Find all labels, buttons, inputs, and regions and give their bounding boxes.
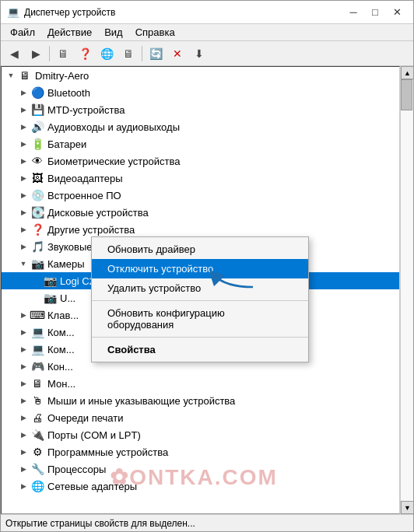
tree-item-software[interactable]: ▶ ⚙ Программные устройства — [2, 443, 399, 460]
menu-file[interactable]: Файл — [4, 25, 41, 40]
window-controls: ─ □ ✕ — [343, 4, 407, 21]
root-expand-icon: ▼ — [5, 69, 17, 82]
status-bar: Открытие страницы свойств для выделен... — [1, 514, 413, 531]
monitor-button[interactable]: 🖥 — [118, 44, 139, 64]
kb-label: Клав... — [47, 310, 79, 321]
mon-expand-icon: ▶ — [17, 377, 30, 390]
com1-label: Ком... — [47, 327, 75, 338]
tree-item-batteries[interactable]: ▶ 🔋 Батареи — [2, 135, 399, 152]
toolbar-sep-2 — [142, 46, 142, 61]
properties-button[interactable]: 🖥 — [53, 44, 73, 64]
device-tree[interactable]: ▼ 🖥 Dmitry-Aero ▶ 🔵 Bluetooth ▶ 💾 MTD-ус… — [1, 66, 400, 514]
tree-item-monitor[interactable]: ▶ 🖥 Мон... — [2, 375, 399, 392]
sound-expand-icon: ▶ — [17, 240, 30, 253]
update-button[interactable]: 🔄 — [146, 44, 166, 64]
network-icon: 🌐 — [30, 478, 45, 494]
tree-item-other[interactable]: ▶ ❓ Другие устройства — [2, 221, 399, 238]
fw-label: Встроенное ПО — [47, 190, 121, 201]
mon-label: Мон... — [47, 378, 75, 390]
keyboard-icon: ⌨ — [30, 307, 45, 323]
camera-icon: 📷 — [30, 256, 45, 271]
ctx-remove-device[interactable]: Удалить устройство — [92, 278, 308, 298]
proc-icon: 🔧 — [30, 461, 45, 477]
print-expand-icon: ▶ — [17, 411, 30, 424]
net-expand-icon: ▶ — [17, 480, 30, 492]
menu-help[interactable]: Справка — [129, 25, 181, 40]
ports-expand-icon: ▶ — [17, 429, 30, 441]
scrollbar[interactable]: ▲ ▼ — [400, 66, 413, 514]
com2-label: Ком... — [47, 344, 75, 355]
download-button[interactable]: ⬇ — [189, 44, 209, 64]
scroll-down-button[interactable]: ▼ — [401, 501, 413, 514]
video-icon: 🖼 — [30, 170, 45, 186]
com1-expand-icon: ▶ — [17, 326, 30, 338]
bat-label: Батареи — [47, 138, 86, 150]
scroll-thumb[interactable] — [401, 79, 412, 110]
disk-label: Дисковые устройства — [47, 207, 149, 219]
tree-item-bluetooth[interactable]: ▶ 🔵 Bluetooth — [2, 84, 399, 101]
mtd-label: MTD-устройства — [47, 104, 125, 116]
title-bar: 💻 Диспетчер устройств ─ □ ✕ — [1, 1, 413, 24]
mouse-expand-icon: ▶ — [17, 394, 30, 407]
other-icon: ❓ — [30, 222, 45, 237]
mouse-icon: 🖱 — [30, 393, 45, 408]
com1-icon: 💻 — [30, 324, 45, 340]
ctx-properties[interactable]: Свойства — [92, 340, 308, 359]
audio-label: Аудиовходы и аудиовыходы — [47, 121, 180, 133]
audio-icon: 🔊 — [30, 119, 45, 135]
bluetooth-icon: 🔵 — [30, 85, 45, 100]
tree-item-biometric[interactable]: ▶ 👁 Биометрические устройства — [2, 152, 399, 170]
scroll-track[interactable] — [401, 79, 413, 501]
close-button[interactable]: ✕ — [387, 4, 407, 21]
maximize-button[interactable]: □ — [365, 4, 385, 21]
ctx-disable-device[interactable]: Отключить устройство — [92, 259, 308, 278]
help-button[interactable]: ❓ — [75, 44, 95, 64]
tree-item-mtd[interactable]: ▶ 💾 MTD-устройства — [2, 101, 399, 118]
gp-label: Кон... — [47, 361, 73, 373]
monitor-icon: 🖥 — [30, 376, 45, 391]
status-text: Открытие страницы свойств для выделен... — [5, 518, 195, 529]
cam2-expand-icon — [30, 292, 42, 304]
tree-item-network[interactable]: ▶ 🌐 Сетевые адаптеры — [2, 478, 399, 495]
scroll-up-button[interactable]: ▲ — [401, 66, 413, 79]
ctx-sep-1 — [92, 300, 308, 301]
gamepad-icon: 🎮 — [30, 359, 45, 374]
tree-item-audio[interactable]: ▶ 🔊 Аудиовходы и аудиовыходы — [2, 118, 399, 135]
tree-item-processors[interactable]: ▶ 🔧 Процессоры — [2, 460, 399, 478]
print-icon: 🖨 — [30, 410, 45, 425]
tree-item-mouse[interactable]: ▶ 🖱 Мыши и иные указывающие устройства — [2, 392, 399, 409]
network-button[interactable]: 🌐 — [96, 44, 117, 64]
bt-expand-icon: ▶ — [17, 86, 30, 99]
com2-expand-icon: ▶ — [17, 343, 30, 355]
tree-item-video[interactable]: ▶ 🖼 Видеоадаптеры — [2, 170, 399, 187]
cam2-icon: 📷 — [42, 290, 58, 306]
menu-action[interactable]: Действие — [41, 25, 98, 40]
webcam-icon: 📷 — [42, 273, 58, 289]
back-button[interactable]: ◀ — [4, 44, 24, 64]
bio-label: Биометрические устройства — [47, 156, 180, 167]
ports-icon: 🔌 — [30, 427, 45, 443]
tree-item-ports[interactable]: ▶ 🔌 Порты (COM и LPT) — [2, 426, 399, 443]
forward-button[interactable]: ▶ — [26, 44, 46, 64]
net-label: Сетевые адаптеры — [47, 481, 137, 492]
biometric-icon: 👁 — [30, 153, 45, 169]
gp-expand-icon: ▶ — [17, 360, 30, 373]
tree-root[interactable]: ▼ 🖥 Dmitry-Aero — [2, 67, 399, 84]
mtd-expand-icon: ▶ — [17, 103, 30, 116]
kb-expand-icon: ▶ — [17, 309, 30, 321]
tree-item-firmware[interactable]: ▶ 💿 Встроенное ПО — [2, 187, 399, 204]
ctx-update-driver[interactable]: Обновить драйвер — [92, 240, 308, 259]
minimize-button[interactable]: ─ — [343, 4, 363, 21]
tree-item-print[interactable]: ▶ 🖨 Очереди печати — [2, 409, 399, 426]
window-title: Диспетчер устройств — [24, 7, 343, 18]
other-expand-icon: ▶ — [17, 223, 30, 236]
menu-view[interactable]: Вид — [98, 25, 129, 40]
cam-label: Камеры — [47, 258, 85, 270]
battery-icon: 🔋 — [30, 136, 45, 152]
cam2-label: U... — [60, 292, 75, 304]
remove-button[interactable]: ✕ — [167, 44, 188, 64]
bio-expand-icon: ▶ — [17, 155, 30, 167]
tree-item-disk[interactable]: ▶ 💽 Дисковые устройства — [2, 204, 399, 221]
device-manager-window: 💻 Диспетчер устройств ─ □ ✕ Файл Действи… — [0, 0, 414, 532]
ctx-update-config[interactable]: Обновить конфигурацию оборудования — [92, 303, 308, 334]
